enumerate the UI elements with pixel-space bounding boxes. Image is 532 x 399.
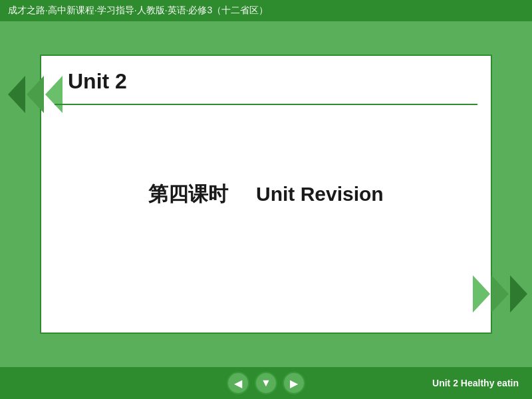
next-button[interactable]: ▶: [283, 372, 305, 394]
footer-bar: ◀ ▼ ▶ Unit 2 Healthy eatin: [0, 367, 532, 399]
slide-container: Unit 2 第四课时 Unit Revision: [40, 55, 492, 334]
chevron-right-2: [491, 275, 509, 313]
main-area: Unit 2 第四课时 Unit Revision: [0, 21, 532, 367]
chevron-left-3: [45, 76, 63, 113]
lesson-title-zh: 第四课时: [148, 183, 228, 205]
down-button[interactable]: ▼: [255, 372, 277, 394]
right-chevrons-decoration: [473, 275, 527, 313]
unit-divider-line: [55, 104, 477, 105]
chevron-right-3: [510, 275, 527, 313]
prev-button[interactable]: ◀: [227, 372, 249, 394]
lesson-title-en: Unit Revision: [256, 183, 384, 205]
chevron-left-1: [8, 76, 25, 113]
header-title: 成才之路·高中新课程·学习指导·人教版·英语·必修3（十二省区）: [8, 5, 268, 17]
chevron-right-1: [473, 275, 490, 313]
header-bar: 成才之路·高中新课程·学习指导·人教版·英语·必修3（十二省区）: [0, 0, 532, 21]
navigation-buttons: ◀ ▼ ▶: [182, 372, 350, 394]
chevron-left-2: [27, 76, 44, 113]
unit-label: Unit 2: [68, 69, 127, 94]
down-icon: ▼: [261, 377, 271, 389]
footer-unit-label: Unit 2 Healthy eatin: [432, 378, 519, 388]
left-chevrons-decoration: [8, 76, 63, 113]
prev-icon: ◀: [234, 377, 242, 390]
next-icon: ▶: [290, 377, 298, 390]
slide-center-text: 第四课时 Unit Revision: [148, 181, 383, 208]
